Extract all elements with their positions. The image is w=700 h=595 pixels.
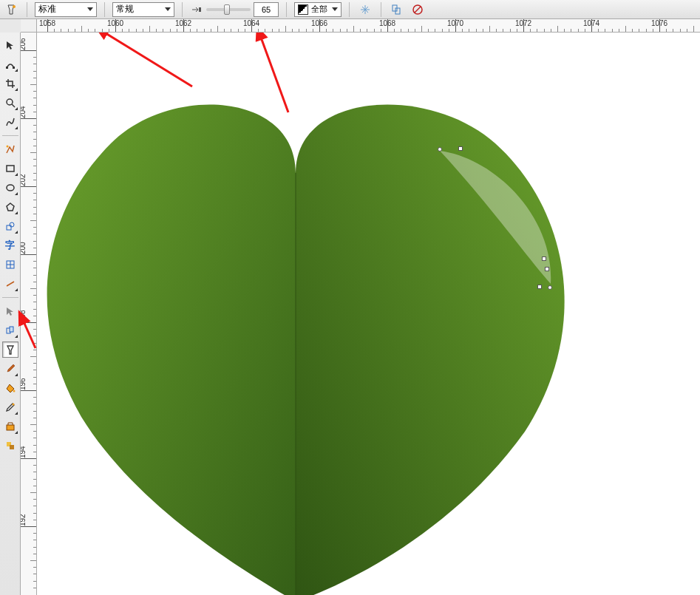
fill-tool[interactable]: [2, 418, 18, 435]
flyout-indicator-icon: [15, 288, 18, 291]
transparency-slider[interactable]: [206, 8, 251, 11]
toolbox: 字: [0, 33, 21, 595]
slider-thumb[interactable]: [224, 4, 230, 15]
transparency-operation-label: 常规: [116, 3, 160, 16]
flyout-indicator-icon: [15, 211, 18, 214]
transparency-type-label: 标准: [38, 3, 83, 16]
node-handle[interactable]: [545, 267, 549, 271]
ruler-tick-label: 196: [21, 368, 27, 390]
ruler-tick-label: 202: [21, 164, 27, 186]
flyout-indicator-icon: [15, 431, 18, 434]
svg-point-23: [12, 404, 14, 406]
node-handle[interactable]: [458, 146, 463, 151]
separator: [182, 2, 183, 17]
transparency-tool[interactable]: [2, 341, 18, 358]
flyout-indicator-icon: [15, 107, 18, 110]
transparency-value-input[interactable]: [254, 2, 279, 17]
svg-point-0: [13, 5, 16, 8]
copy-transparency-icon[interactable]: [389, 2, 405, 17]
freehand-tool[interactable]: [2, 114, 18, 130]
color-chip-icon: [298, 4, 308, 15]
dimension-tool[interactable]: [2, 276, 18, 292]
freeze-transparency-icon[interactable]: [357, 2, 373, 17]
ruler-tick-label: 204: [21, 96, 27, 118]
heart-right-half[interactable]: [296, 105, 565, 595]
transparency-type-dropdown[interactable]: 标准: [35, 2, 97, 17]
separator: [286, 2, 287, 17]
svg-rect-21: [10, 327, 13, 332]
outline-tool[interactable]: [2, 399, 18, 415]
node-handle[interactable]: [548, 285, 552, 290]
smart-fill-tool[interactable]: [2, 438, 18, 454]
flyout-indicator-icon: [15, 69, 18, 72]
canvas[interactable]: [37, 33, 700, 595]
edit-transparency-icon[interactable]: [3, 2, 19, 17]
svg-rect-6: [6, 67, 8, 69]
chevron-down-icon: [332, 7, 338, 11]
svg-point-15: [10, 222, 14, 227]
svg-rect-1: [199, 7, 201, 12]
flyout-indicator-icon: [15, 88, 18, 91]
property-bar: 标准 常规 全部: [0, 0, 700, 19]
toolbox-separator: [2, 297, 18, 298]
pick-tool[interactable]: [2, 37, 18, 53]
toolbox-separator: [2, 135, 18, 136]
svg-point-10: [6, 146, 8, 148]
flyout-indicator-icon: [15, 373, 18, 376]
flyout-indicator-icon: [15, 412, 18, 415]
transparency-operation-dropdown[interactable]: 常规: [112, 2, 174, 17]
rectangle-tool[interactable]: [2, 160, 18, 177]
separator: [381, 2, 381, 17]
node-handle[interactable]: [537, 285, 542, 289]
ruler-tick-label: 192: [21, 504, 27, 526]
table-tool[interactable]: [2, 256, 18, 273]
separator: [349, 2, 350, 17]
ruler-corner: [21, 19, 37, 33]
crop-tool[interactable]: [2, 75, 18, 92]
svg-line-5: [415, 7, 421, 13]
transparency-slider-group: [190, 2, 279, 17]
ruler-tick-label: 194: [21, 436, 27, 458]
heart-left-half[interactable]: [47, 105, 296, 595]
text-tool[interactable]: 字: [2, 237, 18, 254]
flyout-indicator-icon: [15, 192, 18, 195]
polygon-tool[interactable]: [2, 199, 18, 215]
separator: [104, 2, 105, 17]
apply-to-label: 全部: [311, 4, 327, 15]
svg-rect-26: [10, 445, 14, 449]
svg-point-22: [13, 390, 15, 392]
svg-point-8: [7, 99, 13, 105]
ruler-tick-label: 206: [21, 33, 27, 50]
flyout-indicator-icon: [15, 231, 18, 234]
heart-drawing: [37, 33, 700, 595]
basic-shapes-tool[interactable]: [2, 218, 18, 234]
svg-rect-11: [7, 166, 14, 171]
svg-rect-24: [7, 425, 14, 430]
svg-point-12: [7, 185, 14, 191]
ruler-horizontal[interactable]: 1058106010621064106610681070107210741076: [37, 19, 700, 33]
eyedropper-tool[interactable]: [2, 361, 18, 377]
node-handle[interactable]: [542, 256, 546, 261]
flyout-indicator-icon: [15, 335, 18, 338]
ruler-tick-label: 198: [21, 300, 27, 322]
ruler-tick-label: 200: [21, 232, 27, 254]
paint-bucket-tool[interactable]: [2, 380, 18, 396]
flyout-indicator-icon: [15, 126, 18, 129]
clear-transparency-icon[interactable]: [410, 2, 426, 17]
svg-marker-13: [7, 203, 14, 211]
smart-draw-tool[interactable]: [2, 141, 18, 157]
separator: [27, 2, 27, 17]
apply-to-dropdown[interactable]: 全部: [294, 2, 341, 17]
shape-tool[interactable]: [2, 56, 18, 72]
chevron-down-icon: [87, 7, 93, 11]
ellipse-tool[interactable]: [2, 180, 18, 196]
flyout-indicator-icon: [15, 173, 18, 176]
chevron-down-icon: [165, 7, 171, 11]
start-transparency-icon[interactable]: [190, 3, 203, 16]
blend-tool[interactable]: [2, 322, 18, 339]
ruler-vertical[interactable]: 206204202200198196194192: [21, 33, 37, 595]
connector-tool[interactable]: [2, 303, 18, 319]
node-handle[interactable]: [438, 147, 442, 152]
zoom-tool[interactable]: [2, 95, 18, 111]
